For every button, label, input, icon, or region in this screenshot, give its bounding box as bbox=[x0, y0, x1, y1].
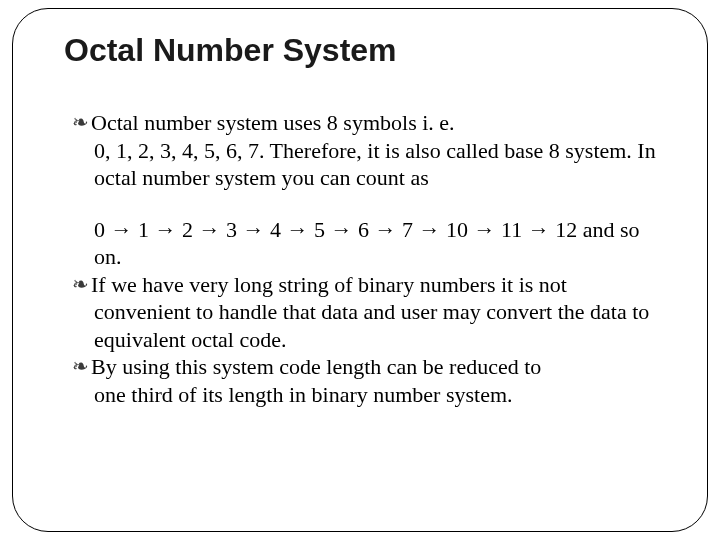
bullet-item: By using this system code length can be … bbox=[72, 353, 662, 408]
counting-sequence: 0 → 1 → 2 → 3 → 4 → 5 → 6 → 7 → 10 → 11 … bbox=[94, 216, 662, 244]
slide-body: Octal number system uses 8 symbols i. e.… bbox=[72, 109, 662, 408]
bullet-lead-text: By using this system code length can be … bbox=[72, 354, 541, 379]
bullet-item: Octal number system uses 8 symbols i. e.… bbox=[72, 109, 662, 271]
slide-title: Octal Number System bbox=[64, 32, 682, 69]
bullet-lead-text: Octal number system uses 8 symbols i. e. bbox=[72, 110, 455, 135]
slide: Octal Number System Octal number system … bbox=[0, 0, 720, 540]
counting-sequence-cont: on. bbox=[94, 243, 662, 271]
bullet-lead-text: If we have very long string of binary nu… bbox=[72, 272, 567, 297]
bullet-item: If we have very long string of binary nu… bbox=[72, 271, 662, 354]
bullet-cont-text: 0, 1, 2, 3, 4, 5, 6, 7. Therefore, it is… bbox=[94, 137, 662, 192]
bullet-cont-text: convenient to handle that data and user … bbox=[94, 298, 662, 353]
bullet-cont-text: one third of its length in binary number… bbox=[94, 381, 662, 409]
